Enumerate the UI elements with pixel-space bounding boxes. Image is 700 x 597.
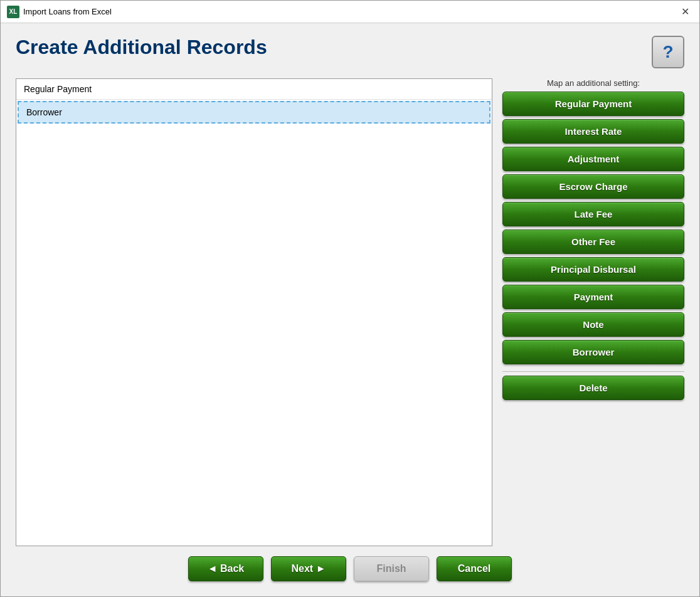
delete-btn[interactable]: Delete xyxy=(502,376,684,400)
adjustment-btn[interactable]: Adjustment xyxy=(502,147,684,171)
close-button[interactable]: ✕ xyxy=(677,4,693,19)
note-btn[interactable]: Note xyxy=(502,312,684,337)
regular-payment-btn[interactable]: Regular Payment xyxy=(502,92,684,116)
next-button[interactable]: Next ► xyxy=(271,556,346,581)
map-label: Map an additional setting: xyxy=(502,78,684,88)
back-button[interactable]: ◄ Back xyxy=(188,556,263,581)
other-fee-btn[interactable]: Other Fee xyxy=(502,230,684,254)
finish-button: Finish xyxy=(354,556,429,581)
right-panel: Map an additional setting: Regular Payme… xyxy=(502,78,684,546)
payment-btn[interactable]: Payment xyxy=(502,285,684,309)
title-bar: XL Import Loans from Excel ✕ xyxy=(1,1,699,23)
window-title: Import Loans from Excel xyxy=(23,7,112,16)
record-item-regular-payment[interactable]: Regular Payment xyxy=(16,79,492,100)
divider xyxy=(502,371,684,372)
title-bar-left: XL Import Loans from Excel xyxy=(7,6,112,18)
escrow-charge-btn[interactable]: Escrow Charge xyxy=(502,174,684,199)
main-window: XL Import Loans from Excel ✕ Create Addi… xyxy=(0,0,700,597)
left-panel: Regular Payment Borrower xyxy=(16,78,492,546)
late-fee-btn[interactable]: Late Fee xyxy=(502,202,684,226)
excel-icon: XL xyxy=(7,6,19,18)
principal-disbursal-btn[interactable]: Principal Disbursal xyxy=(502,257,684,282)
page-title: Create Additional Records xyxy=(16,36,267,59)
interest-rate-btn[interactable]: Interest Rate xyxy=(502,119,684,144)
help-button[interactable]: ? xyxy=(652,36,684,68)
footer: ◄ Back Next ► Finish Cancel xyxy=(16,546,684,586)
main-area: Regular Payment Borrower Map an addition… xyxy=(16,78,684,546)
borrower-btn[interactable]: Borrower xyxy=(502,340,684,364)
cancel-button[interactable]: Cancel xyxy=(437,556,512,581)
content-area: Create Additional Records ? Regular Paym… xyxy=(1,23,699,596)
record-item-borrower[interactable]: Borrower xyxy=(18,101,491,124)
header-row: Create Additional Records ? xyxy=(16,36,684,68)
